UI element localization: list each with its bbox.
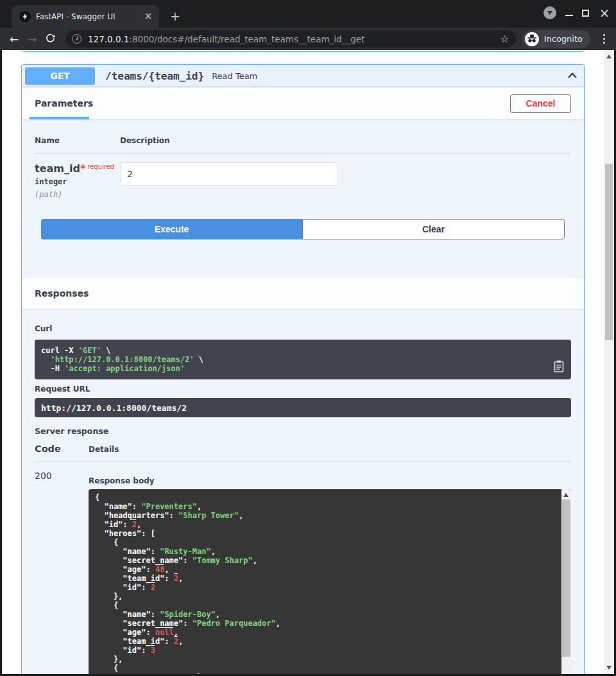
- curl-label: Curl: [35, 324, 571, 333]
- responses-body: Curl curl -X 'GET' \ 'http://127.0.0.1:8…: [22, 309, 584, 676]
- parameter-name: team_id*required: [35, 162, 120, 175]
- parameter-row: team_id*required integer (path): [35, 162, 571, 199]
- new-tab-button[interactable]: +: [167, 8, 184, 24]
- window-maximize-button[interactable]: [582, 10, 589, 17]
- parameter-meta: team_id*required integer (path): [35, 162, 120, 199]
- team-id-input[interactable]: [120, 162, 338, 186]
- parameters-table-header: Name Description: [35, 136, 571, 153]
- response-body-label: Response body: [89, 476, 571, 485]
- response-body-block[interactable]: { "name": "Preventers", "headquarters": …: [89, 489, 571, 676]
- request-url-value: http://127.0.0.1:8000/teams/2: [41, 403, 187, 413]
- endpoint-summary: Read Team: [212, 71, 566, 81]
- response-details: Response body { "name": "Preventers", "h…: [89, 471, 571, 676]
- parameters-tab-underline: [30, 117, 89, 119]
- required-label: required: [87, 163, 114, 170]
- incognito-badge: Incognito: [522, 30, 590, 48]
- response-body-scrollbar[interactable]: [561, 489, 571, 676]
- responses-section-header: Responses: [22, 278, 584, 309]
- cancel-button[interactable]: Cancel: [510, 94, 571, 113]
- execute-row: Execute Clear: [35, 219, 571, 239]
- page-info-icon[interactable]: i: [72, 34, 81, 44]
- window-left-edge: [0, 50, 2, 676]
- responses-title: Responses: [35, 288, 89, 299]
- copy-to-clipboard-button[interactable]: [552, 359, 566, 374]
- browser-toolbar: ← → i 127.0.0.1:8000/docs#/default/read_…: [0, 28, 616, 50]
- request-url-label: Request URL: [35, 385, 571, 394]
- parameter-location: (path): [35, 190, 120, 199]
- get-teams-operation-block: GET /teams/{team_id} Read Team Parameter…: [21, 64, 585, 676]
- address-bar[interactable]: i 127.0.0.1:8000/docs#/default/read_team…: [65, 30, 516, 48]
- browser-tab-bar: FastAPI - Swagger UI × + ×: [0, 0, 616, 28]
- forward-button: →: [23, 33, 41, 46]
- collapse-chevron-icon[interactable]: [566, 69, 579, 82]
- swagger-page: GET /teams/{team_id} Read Team Parameter…: [0, 50, 616, 676]
- browser-tab[interactable]: FastAPI - Swagger UI ×: [12, 5, 159, 28]
- back-button[interactable]: ←: [5, 33, 23, 46]
- http-method-badge: GET: [25, 67, 95, 85]
- curl-command-code: curl -X 'GET' \ 'http://127.0.0.1:8000/t…: [41, 346, 545, 373]
- page-scrollbar-thumb[interactable]: [605, 164, 613, 340]
- incognito-icon: [525, 32, 539, 46]
- parameters-tab[interactable]: Parameters: [35, 98, 93, 108]
- parameter-type: integer: [35, 177, 120, 186]
- description-column-header: Description: [120, 136, 170, 145]
- scroll-up-arrow-icon[interactable]: [563, 493, 569, 497]
- status-code: 200: [35, 471, 89, 481]
- code-column-header: Code: [35, 444, 89, 454]
- curl-command-block: curl -X 'GET' \ 'http://127.0.0.1:8000/t…: [35, 340, 571, 379]
- reload-button[interactable]: [41, 32, 59, 46]
- response-scrollbar-thumb[interactable]: [562, 499, 570, 657]
- name-column-header: Name: [35, 136, 120, 145]
- tab-close-icon[interactable]: ×: [142, 11, 154, 22]
- details-column-header: Details: [89, 445, 119, 454]
- window-close-button[interactable]: ×: [598, 7, 611, 19]
- clear-button[interactable]: Clear: [302, 219, 565, 239]
- response-body-code: { "name": "Preventers", "headquarters": …: [95, 493, 555, 676]
- parameters-body: Name Description team_id*required intege…: [22, 119, 584, 278]
- response-row: 200 Response body { "name": "Preventers"…: [35, 471, 571, 676]
- page-scroll-up-arrow-icon[interactable]: [606, 55, 612, 58]
- endpoint-path: /teams/{team_id}: [105, 70, 204, 82]
- page-scrollbar[interactable]: [604, 50, 614, 674]
- required-star: *: [80, 162, 85, 175]
- previous-endpoint-fragment: [21, 50, 585, 52]
- page-scroll-down-arrow-icon[interactable]: [606, 666, 612, 670]
- parameters-section-header: Parameters Cancel: [22, 87, 584, 119]
- url-text: 127.0.0.1:8000/docs#/default/read_team_t…: [88, 34, 495, 44]
- operation-summary[interactable]: GET /teams/{team_id} Read Team: [22, 65, 584, 87]
- response-table-header: Code Details: [35, 444, 571, 462]
- execute-button[interactable]: Execute: [41, 219, 302, 239]
- tab-title: FastAPI - Swagger UI: [36, 12, 139, 21]
- browser-menu-button[interactable]: [595, 34, 612, 44]
- incognito-label: Incognito: [544, 34, 583, 44]
- request-url-block: http://127.0.0.1:8000/teams/2: [35, 398, 571, 417]
- parameter-description-cell: [120, 162, 338, 199]
- fastapi-favicon-icon: [19, 11, 31, 22]
- window-minimize-button[interactable]: [565, 15, 573, 16]
- bookmark-star-icon[interactable]: ☆: [500, 33, 509, 45]
- browser-update-icon[interactable]: [543, 6, 556, 19]
- server-response-label: Server response: [35, 426, 571, 436]
